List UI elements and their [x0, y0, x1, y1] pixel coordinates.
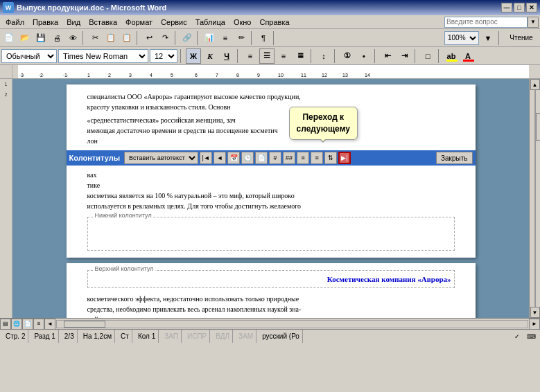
status-extend: ВДЛ: [213, 330, 233, 343]
web-view-button[interactable]: 🌐: [11, 319, 22, 330]
print-button[interactable]: 🖨: [49, 30, 64, 46]
menu-window[interactable]: Окно: [229, 17, 256, 28]
h-scroll-thumb[interactable]: [64, 321, 105, 328]
toolbar-sep-5: [251, 31, 254, 45]
bullets-button[interactable]: •: [356, 48, 372, 64]
align-right-button[interactable]: ≡: [276, 48, 291, 64]
macro-icon[interactable]: ⌨: [525, 331, 537, 342]
ruler: ·3· ·2· ·1· 1 2 3 4 5 6 7 8 9 10 11 12 1…: [0, 65, 540, 79]
footer-label: Нижний колонтитул: [94, 212, 153, 219]
hf-btn-3[interactable]: 📅: [227, 152, 240, 164]
hf-close-button[interactable]: Закрыть: [436, 152, 473, 164]
menu-bar: Файл Правка Вид Вставка Формат Сервис Та…: [0, 15, 540, 29]
scroll-thumb[interactable]: [536, 113, 541, 141]
scroll-right-button[interactable]: ►: [529, 319, 540, 330]
fmt-sep-3: [311, 49, 313, 63]
menu-format[interactable]: Формат: [121, 17, 157, 28]
hf-btn-10[interactable]: ⇅: [324, 152, 337, 164]
insert-autotext-select[interactable]: Вставить автотекст: [124, 152, 198, 164]
increase-indent-button[interactable]: ⇥: [397, 48, 412, 64]
window-controls: — □ ✕: [501, 3, 537, 12]
hf-btn-8[interactable]: ≡: [297, 152, 309, 164]
drawing-button[interactable]: ✏: [234, 30, 249, 46]
close-button[interactable]: ✕: [526, 3, 537, 12]
menu-table[interactable]: Таблица: [191, 17, 229, 28]
normal-view-button[interactable]: ▤: [0, 319, 11, 330]
hyperlink-button[interactable]: 🔗: [180, 30, 195, 46]
status-pages: 2/3: [62, 330, 78, 343]
undo-button[interactable]: ↩: [141, 30, 157, 46]
help-search-button[interactable]: ▼: [528, 17, 539, 28]
maximize-button[interactable]: □: [514, 3, 525, 12]
hf-btn-7[interactable]: ##: [283, 152, 295, 164]
status-section: Разд 1: [31, 330, 58, 343]
main-toolbar: 📄 📂 💾 🖨 👁 ✂ 📋 📋 ↩ ↷ 🔗 📊 ≡ ✏ ¶ 100% ▼ Чте…: [0, 29, 540, 47]
columns-button[interactable]: ≡: [218, 30, 233, 46]
copy-button[interactable]: 📋: [103, 30, 119, 46]
hf-btn-5[interactable]: 📄: [255, 152, 268, 164]
hf-btn-4[interactable]: 🕒: [241, 152, 254, 164]
horizontal-scrollbar: ▤ 🌐 📄 ≡ ◄ ►: [0, 318, 540, 329]
underline-button[interactable]: Ч: [219, 48, 234, 64]
footer-area: Нижний колонтитул: [87, 217, 455, 251]
status-position: На 1,2см: [80, 330, 115, 343]
vertical-ruler: 12: [0, 79, 12, 318]
preview-button[interactable]: 👁: [65, 30, 80, 46]
help-search-input[interactable]: [444, 17, 528, 28]
font-select[interactable]: Times New Roman: [58, 49, 148, 63]
bold-button[interactable]: Ж: [186, 48, 201, 64]
status-overwrite: ЗАМ: [236, 330, 256, 343]
minimize-button[interactable]: —: [501, 3, 512, 12]
menu-insert[interactable]: Вставка: [85, 17, 121, 28]
table-button[interactable]: 📊: [202, 30, 217, 46]
menu-file[interactable]: Файл: [1, 17, 28, 28]
scroll-up-button[interactable]: ▲: [530, 79, 540, 90]
align-center-button[interactable]: ☰: [259, 48, 275, 64]
size-select[interactable]: 12: [150, 49, 177, 63]
paste-button[interactable]: 📋: [119, 30, 134, 46]
scroll-down-button[interactable]: ▼: [530, 307, 540, 318]
menu-view[interactable]: Вид: [62, 17, 85, 28]
toolbar-sep-3: [175, 31, 177, 45]
scroll-left-button[interactable]: ◄: [44, 319, 55, 330]
page-view-button[interactable]: 📄: [22, 319, 33, 330]
status-rec: ЗАП: [162, 330, 182, 343]
numbering-button[interactable]: ①: [340, 48, 355, 64]
align-left-button[interactable]: ≡: [243, 48, 258, 64]
status-icons: ✓ ⌨: [511, 331, 537, 342]
redo-button[interactable]: ↷: [157, 30, 173, 46]
toolbar-sep-6: [273, 31, 276, 45]
hf-next-button[interactable]: ▶|: [338, 152, 351, 164]
italic-button[interactable]: К: [202, 48, 218, 64]
zoom-dropdown[interactable]: ▼: [480, 30, 496, 46]
read-button[interactable]: Чтение: [504, 30, 539, 46]
font-color-button[interactable]: A: [460, 48, 476, 64]
menu-tools[interactable]: Сервис: [157, 17, 191, 28]
outside-border-button[interactable]: □: [420, 48, 435, 64]
toolbar-sep-2: [137, 31, 139, 45]
style-select[interactable]: Обычный: [1, 49, 57, 63]
save-button[interactable]: 💾: [33, 30, 49, 46]
line-spacing-button[interactable]: ↕: [316, 48, 331, 64]
paragraph-button[interactable]: ¶: [256, 30, 271, 46]
hf-btn-1[interactable]: |◄: [200, 152, 212, 164]
status-track: ИСПР: [184, 330, 210, 343]
outline-view-button[interactable]: ≡: [33, 319, 44, 330]
hf-btn-9[interactable]: ≡: [311, 152, 323, 164]
new-button[interactable]: 📄: [1, 30, 17, 46]
menu-help[interactable]: Справка: [255, 17, 293, 28]
hf-btn-6[interactable]: #: [269, 152, 281, 164]
decrease-indent-button[interactable]: ⇤: [380, 48, 395, 64]
align-justify-button[interactable]: ≣: [293, 48, 308, 64]
help-search: ▼: [444, 17, 539, 28]
cut-button[interactable]: ✂: [87, 30, 103, 46]
hf-btn-2[interactable]: ◄: [214, 152, 226, 164]
page2-text: косметического эффекта, недостаточно исп…: [87, 294, 455, 318]
spell-check-icon[interactable]: ✓: [511, 331, 523, 342]
highlight-button[interactable]: ab: [444, 48, 459, 64]
zoom-select[interactable]: 100%: [444, 31, 479, 45]
menu-edit[interactable]: Правка: [28, 17, 62, 28]
header-text: Косметическая компания «Аврора»: [88, 275, 454, 283]
status-page: Стр. 2: [3, 330, 28, 343]
open-button[interactable]: 📂: [17, 30, 33, 46]
